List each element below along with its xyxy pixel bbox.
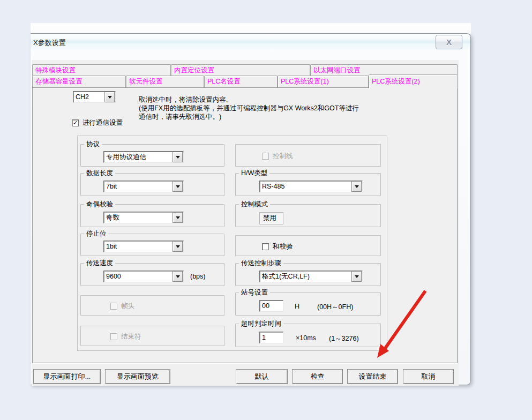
protocol-value: 专用协议通信 [104, 153, 172, 162]
data-length-value: 7bit [104, 183, 172, 190]
tab-special-module-settings[interactable]: 特殊模块设置 [32, 64, 171, 76]
cancel-button[interactable]: 取消 [403, 369, 454, 384]
channel-select[interactable]: CH2 [73, 91, 116, 103]
parity-group: 奇偶校验 奇数 [80, 204, 224, 227]
screen: X参数设置 X 特殊模块设置 内置定位设置 以太网端口设置 存储器容量设置 软元… [0, 0, 532, 420]
station-number-input[interactable]: 00 [259, 300, 283, 312]
baud-rate-select[interactable]: 9600 [103, 271, 184, 282]
hw-type-dropdown-button[interactable] [351, 181, 362, 192]
tab-plc-system-settings-1[interactable]: PLC系统设置(1) [278, 76, 369, 87]
close-button[interactable]: X [436, 35, 462, 49]
timeout-unit-label: ×10ms [296, 334, 316, 342]
communication-setting-checkbox[interactable]: ✓ 进行通信设置 [72, 118, 123, 128]
stop-bit-label: 停止位 [84, 229, 109, 238]
tab-plc-system-settings-2[interactable]: PLC系统设置(2) [369, 74, 458, 88]
control-line-checkbox: 控制线 [262, 152, 293, 161]
note-line-3: 通信时，请事先取消选中。) [139, 112, 359, 121]
tab-memory-capacity-settings[interactable]: 存储器容量设置 [32, 76, 126, 87]
chevron-down-icon [108, 96, 112, 99]
header-box: 帧头 [80, 295, 224, 316]
protocol-group: 协议 专用协议通信 [80, 144, 224, 167]
parity-value: 奇数 [104, 213, 172, 222]
plc-system-settings-2-page: CH2 ✓ 进行通信设置 取消选中时，将清除设置内容。 (使用FX用的选配插板等… [32, 87, 458, 363]
data-length-dropdown-button[interactable] [173, 181, 183, 192]
transmission-control-value: 格式1(无CR,LF) [260, 272, 351, 281]
dialog-client-area: 特殊模块设置 内置定位设置 以太网端口设置 存储器容量设置 软元件设置 PLC名… [32, 60, 459, 386]
checkbox-box [110, 303, 117, 310]
control-mode-value-box: 禁用 [259, 212, 283, 224]
checkbox-box[interactable] [262, 243, 269, 250]
channel-value: CH2 [73, 93, 104, 101]
stop-bit-select[interactable]: 1bit [103, 241, 184, 252]
timeout-label: 超时判定时间 [239, 319, 283, 328]
baud-rate-value: 9600 [104, 273, 172, 280]
chevron-down-icon [176, 185, 180, 188]
sum-check-box: 和校验 [235, 235, 381, 256]
protocol-select[interactable]: 专用协议通信 [103, 151, 184, 163]
note-line-2: (使用FX用的选配插板等，并通过可编程控制器与GX Works2和GOT等进行 [139, 104, 359, 112]
timeout-group: 超时判定时间 1 ×10ms (1～3276) [235, 324, 381, 347]
station-unit-label: H [295, 303, 299, 310]
chevron-down-icon [176, 216, 180, 219]
fx-parameter-dialog: X参数设置 X 特殊模块设置 内置定位设置 以太网端口设置 存储器容量设置 软元… [31, 33, 471, 385]
transmission-control-group: 传送控制步骤 格式1(无CR,LF) [235, 263, 381, 286]
transmission-control-select[interactable]: 格式1(无CR,LF) [259, 271, 363, 282]
timeout-input[interactable]: 1 [259, 332, 283, 343]
tab-built-in-positioning-settings[interactable]: 内置定位设置 [171, 64, 310, 76]
tab-row-front: 存储器容量设置 软元件设置 PLC名设置 PLC系统设置(1) PLC系统设置(… [32, 76, 458, 87]
tab-ethernet-port-settings[interactable]: 以太网端口设置 [310, 64, 458, 76]
check-icon: ✓ [73, 120, 78, 126]
checkbox-box [262, 153, 269, 160]
hw-type-value: RS-485 [260, 183, 351, 190]
hw-type-select[interactable]: RS-485 [259, 181, 363, 192]
control-mode-value: 禁用 [263, 214, 276, 223]
station-number-label: 站号设置 [239, 288, 270, 297]
timeout-range-label: (1～3276) [329, 334, 359, 343]
checkbox-box[interactable]: ✓ [72, 119, 79, 126]
chevron-down-icon [355, 275, 359, 278]
check-button[interactable]: 检查 [292, 369, 343, 384]
sum-check-checkbox[interactable]: 和校验 [262, 242, 293, 251]
terminator-box: 结束符 [80, 326, 224, 346]
baud-rate-label: 传送速度 [84, 259, 115, 268]
control-line-box: 控制线 [235, 144, 381, 167]
hw-type-group: H/W类型 RS-485 [235, 173, 381, 196]
baud-rate-dropdown-button[interactable] [173, 271, 183, 282]
screen-print-button[interactable]: 显示画面打印... [33, 369, 101, 384]
background-window-edge [31, 23, 471, 34]
stop-bit-value: 1bit [104, 243, 172, 250]
terminator-label: 结束符 [121, 332, 141, 341]
parity-label: 奇偶校验 [84, 200, 115, 209]
chevron-down-icon [176, 245, 180, 248]
stop-bit-group: 停止位 1bit [80, 234, 224, 256]
tab-device-settings[interactable]: 软元件设置 [126, 76, 204, 87]
note-text: 取消选中时，将清除设置内容。 (使用FX用的选配插板等，并通过可编程控制器与GX… [139, 95, 359, 121]
baud-rate-group: 传送速度 9600 (bps) [80, 263, 224, 286]
protocol-dropdown-button[interactable] [173, 152, 183, 162]
channel-dropdown-button[interactable] [104, 92, 115, 102]
baud-unit-label: (bps) [190, 273, 205, 280]
data-length-label: 数据长度 [84, 169, 115, 178]
sum-check-label: 和校验 [273, 242, 293, 251]
terminator-checkbox: 结束符 [110, 332, 141, 341]
finish-settings-button[interactable]: 设置结束 [347, 369, 398, 384]
close-icon: X [446, 38, 452, 47]
station-range-label: (00H～0FH) [317, 303, 353, 312]
tab-row-back: 特殊模块设置 内置定位设置 以太网端口设置 [32, 64, 458, 76]
checkbox-box [110, 333, 117, 340]
control-line-label: 控制线 [273, 152, 293, 161]
note-line-1: 取消选中时，将清除设置内容。 [139, 95, 359, 104]
header-label: 帧头 [121, 302, 134, 311]
parity-select[interactable]: 奇数 [103, 212, 184, 223]
hw-type-label: H/W类型 [239, 169, 269, 178]
screen-preview-button[interactable]: 显示画面预览 [105, 369, 170, 384]
default-button[interactable]: 默认 [236, 369, 288, 384]
tab-plc-name-settings[interactable]: PLC名设置 [204, 76, 278, 87]
control-mode-label: 控制模式 [239, 200, 270, 209]
transmission-control-dropdown-button[interactable] [351, 271, 362, 282]
stop-bit-dropdown-button[interactable] [173, 241, 183, 252]
parity-dropdown-button[interactable] [173, 212, 183, 223]
data-length-select[interactable]: 7bit [103, 181, 184, 192]
chevron-down-icon [176, 156, 180, 159]
dialog-titlebar[interactable]: X参数设置 X [31, 34, 470, 50]
